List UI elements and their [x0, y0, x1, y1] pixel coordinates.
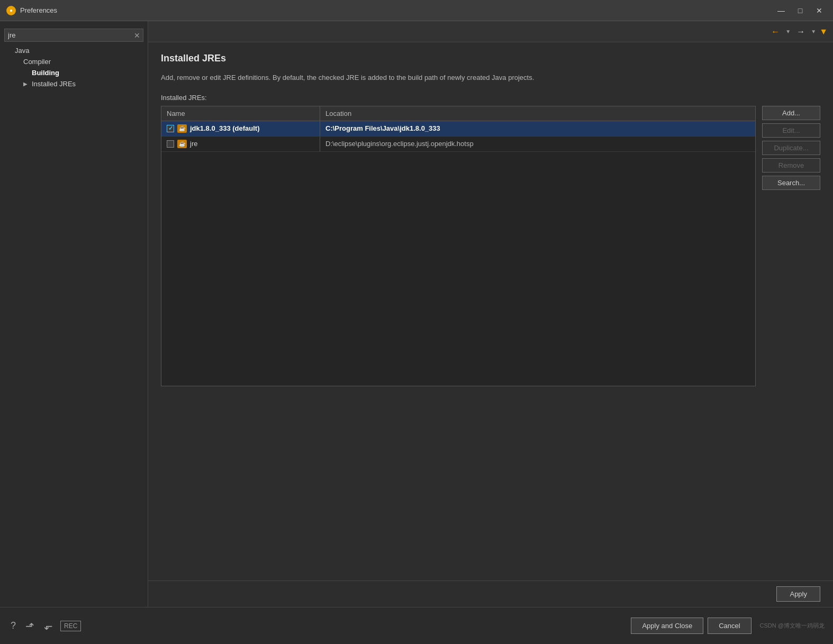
export-button[interactable]: ⬐ [42, 618, 55, 634]
jre-table: Name Location ✓ ☕ jdk1.8.0_333 (default) [161, 106, 756, 386]
watermark: CSDN @博文唯一鸡弱龙 [760, 622, 825, 630]
side-buttons: Add... Edit... Duplicate... Remove Searc… [762, 106, 820, 190]
jre-row-0-name: ✓ ☕ jdk1.8.0_333 (default) [161, 121, 320, 136]
back-dropdown-arrow[interactable]: ▼ [784, 27, 792, 36]
back-button[interactable]: ← [767, 25, 783, 39]
sidebar-item-installed-jres-label: Installed JREs [32, 80, 76, 88]
import-button[interactable]: ⬏ [23, 618, 37, 634]
dropdown-button[interactable]: ▼ [818, 25, 829, 38]
apply-button[interactable]: Apply [776, 586, 820, 602]
jre-checkbox-1[interactable] [167, 140, 174, 148]
bottom-left: ? ⬏ ⬐ REC [8, 618, 631, 634]
jre-icon-1: ☕ [177, 140, 187, 148]
sidebar-item-building-label: Building [32, 69, 59, 77]
section-label: Installed JREs: [161, 94, 820, 102]
jre-row-1-label: jre [190, 140, 197, 148]
bottom-right: Apply and Close Cancel CSDN @博文唯一鸡弱龙 [631, 618, 825, 634]
panel-title: Installed JREs [161, 53, 820, 64]
add-button[interactable]: Add... [762, 106, 820, 120]
jre-table-header: Name Location [161, 106, 755, 121]
sidebar-item-java-label: Java [15, 47, 29, 55]
tree-arrow-installed-jres: ▶ [23, 81, 30, 87]
jre-row-1[interactable]: ☕ jre D:\eclipse\plugins\org.eclipse.jus… [161, 137, 755, 152]
sidebar-item-compiler[interactable]: Compiler [0, 56, 148, 67]
column-header-location: Location [320, 106, 755, 121]
panel-content: Installed JREs Add, remove or edit JRE d… [148, 42, 833, 580]
forward-dropdown-arrow[interactable]: ▼ [810, 27, 817, 36]
window-controls: — □ ✕ [774, 3, 827, 18]
remove-button[interactable]: Remove [762, 158, 820, 173]
search-clear-button[interactable]: ✕ [134, 31, 140, 40]
panel-description: Add, remove or edit JRE definitions. By … [161, 72, 820, 83]
cancel-button[interactable]: Cancel [708, 618, 751, 634]
sidebar-item-building[interactable]: Building [0, 67, 148, 78]
close-button[interactable]: ✕ [812, 3, 827, 18]
duplicate-button[interactable]: Duplicate... [762, 141, 820, 155]
panel-apply-area: Apply [148, 580, 833, 607]
sidebar: ✕ Java Compiler Building ▶ Installed JRE… [0, 21, 148, 607]
app-icon: ● [6, 6, 16, 15]
column-header-name: Name [161, 106, 320, 121]
panel-toolbar: ← ▼ → ▼ ▼ [148, 21, 833, 42]
jre-row-0-label: jdk1.8.0_333 (default) [190, 124, 260, 132]
main-panel: ← ▼ → ▼ ▼ Installed JREs Add, remove or … [148, 21, 833, 607]
minimize-button[interactable]: — [774, 3, 789, 18]
sidebar-item-compiler-label: Compiler [23, 58, 51, 66]
sidebar-item-java[interactable]: Java [0, 45, 148, 56]
sidebar-item-installed-jres[interactable]: ▶ Installed JREs [0, 78, 148, 89]
forward-button[interactable]: → [793, 25, 809, 39]
maximize-button[interactable]: □ [793, 3, 808, 18]
main-container: ✕ Java Compiler Building ▶ Installed JRE… [0, 21, 833, 644]
search-button[interactable]: Search... [762, 176, 820, 190]
help-button[interactable]: ? [8, 618, 18, 633]
jre-icon-0: ☕ [177, 124, 187, 133]
jre-checkbox-0[interactable]: ✓ [167, 125, 174, 132]
content-area: ✕ Java Compiler Building ▶ Installed JRE… [0, 21, 833, 607]
edit-button[interactable]: Edit... [762, 123, 820, 138]
search-input[interactable] [4, 29, 143, 42]
window-title: Preferences [20, 6, 774, 14]
jre-row-1-location: D:\eclipse\plugins\org.eclipse.justj.ope… [320, 137, 755, 151]
jre-row-0[interactable]: ✓ ☕ jdk1.8.0_333 (default) C:\Program Fi… [161, 121, 755, 137]
bottom-bar: ? ⬏ ⬐ REC Apply and Close Cancel CSDN @博… [0, 607, 833, 644]
title-bar: ● Preferences — □ ✕ [0, 0, 833, 21]
jre-table-container: Name Location ✓ ☕ jdk1.8.0_333 (default) [161, 106, 820, 386]
apply-and-close-button[interactable]: Apply and Close [631, 618, 703, 634]
jre-row-1-name: ☕ jre [161, 137, 320, 151]
rec-button[interactable]: REC [60, 621, 81, 631]
jre-table-body: ✓ ☕ jdk1.8.0_333 (default) C:\Program Fi… [161, 121, 755, 386]
jre-row-0-location: C:\Program Files\Java\jdk1.8.0_333 [320, 121, 755, 135]
search-container: ✕ [0, 25, 148, 45]
